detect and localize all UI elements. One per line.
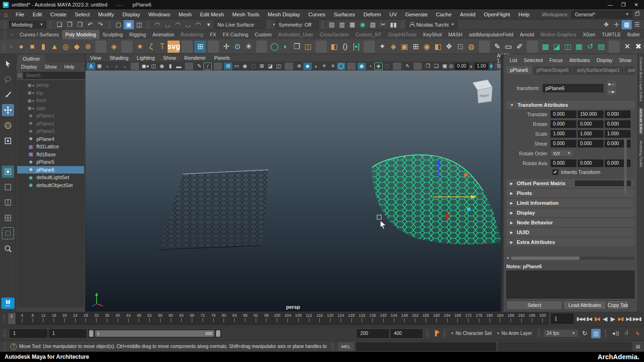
- outliner-item[interactable]: ❖ pPlane5: [17, 158, 84, 166]
- bridge-icon[interactable]: ✦: [377, 41, 388, 53]
- shelf-tab[interactable]: addManipulatorField: [466, 30, 517, 39]
- outliner-item[interactable]: ◉ defaultObjectSet: [17, 181, 84, 189]
- attribute-editor-menu-item[interactable]: Focus: [546, 57, 566, 63]
- attribute-editor-button[interactable]: Select: [506, 300, 562, 310]
- range-start-handle[interactable]: [89, 330, 93, 337]
- attribute-field-y[interactable]: [578, 140, 603, 147]
- outliner-item[interactable]: ❖ pPlane3: [17, 127, 84, 135]
- isolate-select-icon[interactable]: ◉: [357, 63, 366, 70]
- fps-dropdown[interactable]: 24 fps▼: [544, 329, 578, 337]
- step-back-key-button[interactable]: ▮◀: [593, 314, 601, 323]
- attribute-editor-menu-item[interactable]: Show: [616, 57, 635, 63]
- step-forward-frame-button[interactable]: ▶▮: [625, 314, 632, 323]
- outliner-menu-item[interactable]: Show: [41, 63, 60, 70]
- outliner-item[interactable]: ◼◂ persp: [17, 81, 84, 89]
- object-details-icon[interactable]: ❖: [601, 20, 611, 29]
- evaluation-status-icon[interactable]: ○!: [622, 329, 631, 338]
- show-input-connections-button[interactable]: ▶▭: [608, 81, 616, 87]
- separator[interactable]: [364, 41, 375, 53]
- show-manipulator-icon[interactable]: ✛: [221, 41, 232, 53]
- sidebar-vertical-tab[interactable]: Modeling Toolkit: [639, 140, 643, 167]
- separator[interactable]: [182, 41, 193, 53]
- attribute-editor-menu-item[interactable]: Selected: [520, 57, 546, 63]
- ipr-render-icon[interactable]: ▥: [337, 20, 347, 29]
- current-frame-marker[interactable]: 1: [8, 313, 15, 324]
- separator[interactable]: [347, 63, 356, 70]
- grip-handle[interactable]: [4, 343, 6, 350]
- duplicate-face-icon[interactable]: ❖: [443, 41, 455, 53]
- wheel-icon[interactable]: ◉: [421, 41, 433, 53]
- shelf-tab[interactable]: Custom_NT: [352, 30, 385, 39]
- resolution-gate-icon[interactable]: ◉: [241, 63, 249, 70]
- separator[interactable]: [315, 41, 327, 53]
- shadows-icon[interactable]: ✳: [329, 63, 337, 70]
- boolean-intersect-icon[interactable]: ◫: [562, 41, 574, 53]
- outliner-item[interactable]: ◼◂ side: [17, 104, 84, 112]
- snap-curve-icon[interactable]: ◡: [162, 20, 173, 29]
- separator[interactable]: [609, 41, 620, 53]
- range-end-handle[interactable]: [216, 330, 220, 337]
- grip-handle[interactable]: [4, 330, 6, 337]
- shelf-tab[interactable]: Animation: [149, 30, 178, 39]
- current-time-field[interactable]: 1: [551, 313, 574, 324]
- paint-select-tool-button[interactable]: [2, 89, 14, 101]
- menu-item[interactable]: Generate: [401, 12, 432, 17]
- textured-mode-icon[interactable]: ◗: [312, 63, 320, 70]
- grip-handle[interactable]: [443, 330, 446, 337]
- pencil-icon[interactable]: /: [203, 63, 212, 70]
- separator[interactable]: [393, 63, 401, 70]
- menu-item[interactable]: Modify: [94, 12, 118, 17]
- open-scene-icon[interactable]: ❐: [64, 20, 75, 29]
- mirror-icon[interactable]: ◐: [280, 41, 291, 53]
- separator[interactable]: [285, 63, 293, 70]
- swap-view-icon[interactable]: ▣: [441, 63, 449, 70]
- outliner-tab[interactable]: Outliner: [18, 55, 45, 63]
- lights-icon[interactable]: ☀: [320, 63, 329, 70]
- grip-handle[interactable]: [49, 21, 51, 28]
- collapsed-section-header[interactable]: ▶ UUID: [506, 228, 635, 237]
- separator[interactable]: [185, 63, 193, 70]
- target-weld-icon[interactable]: [▪]: [350, 41, 362, 53]
- rotate-axis-field-x[interactable]: [551, 160, 576, 167]
- grip-handle[interactable]: [4, 31, 6, 38]
- collapsed-section-header[interactable]: ▶ Node Behavior: [506, 218, 635, 227]
- workspace-dropdown[interactable]: General*▼: [572, 11, 632, 18]
- mel-language-toggle[interactable]: MEL: [338, 342, 354, 351]
- remesh-icon[interactable]: ▦: [574, 41, 585, 53]
- scissors-icon[interactable]: ✖: [633, 41, 644, 53]
- grip-handle[interactable]: [4, 21, 6, 28]
- render-sequence-icon[interactable]: ▧: [368, 20, 378, 29]
- shelf-collapse-icon[interactable]: −: [11, 32, 14, 37]
- timeline-ruler[interactable]: 4 8 12 16 20 24: [16, 313, 548, 325]
- single-pane-layout-button[interactable]: [2, 181, 14, 193]
- grip-handle[interactable]: [268, 21, 270, 28]
- isolate-select-button[interactable]: [2, 166, 14, 178]
- snap-options-caret[interactable]: ▾: [203, 20, 214, 29]
- step-back-frame-button[interactable]: ▮◀: [585, 314, 593, 323]
- two-pane-layout-button[interactable]: [2, 196, 14, 209]
- node-tab[interactable]: polySurfaceShape: [624, 66, 635, 74]
- attribute-field-x[interactable]: [551, 111, 576, 118]
- poly-torus-icon[interactable]: ◎: [60, 41, 71, 53]
- edit-curve-icon[interactable]: ▭: [503, 41, 514, 53]
- collapsed-section-header[interactable]: ▶ Display: [506, 209, 635, 217]
- loop-playback-icon[interactable]: ↻: [580, 329, 589, 338]
- character-set-dropdown[interactable]: ▾No Character Set: [449, 331, 493, 336]
- grip-handle[interactable]: [322, 21, 324, 28]
- grip-handle[interactable]: [426, 330, 428, 337]
- platonic-solid-icon[interactable]: ◈: [108, 41, 119, 53]
- step-forward-key-button[interactable]: ▶▮: [617, 314, 624, 323]
- zoom-tool-button[interactable]: [2, 243, 14, 255]
- attribute-field-y[interactable]: [578, 120, 603, 128]
- menu-item[interactable]: OpenFlight: [480, 12, 514, 17]
- safe-action-icon[interactable]: ◪: [266, 63, 274, 70]
- menu-item[interactable]: Arnold: [456, 12, 480, 17]
- live-surface-field[interactable]: No Live Surface: [215, 21, 265, 28]
- poly-cylinder-icon[interactable]: ▮: [38, 41, 49, 53]
- mask-hierarchy-icon[interactable]: ◐: [104, 63, 112, 70]
- grip-handle[interactable]: [604, 330, 607, 337]
- move-tool-button[interactable]: [2, 104, 14, 116]
- outliner-item[interactable]: ❖ pPlane4: [17, 135, 84, 143]
- outliner-item[interactable]: ◼◂ top: [17, 89, 84, 97]
- attribute-editor-button[interactable]: Load Attributes: [563, 300, 606, 310]
